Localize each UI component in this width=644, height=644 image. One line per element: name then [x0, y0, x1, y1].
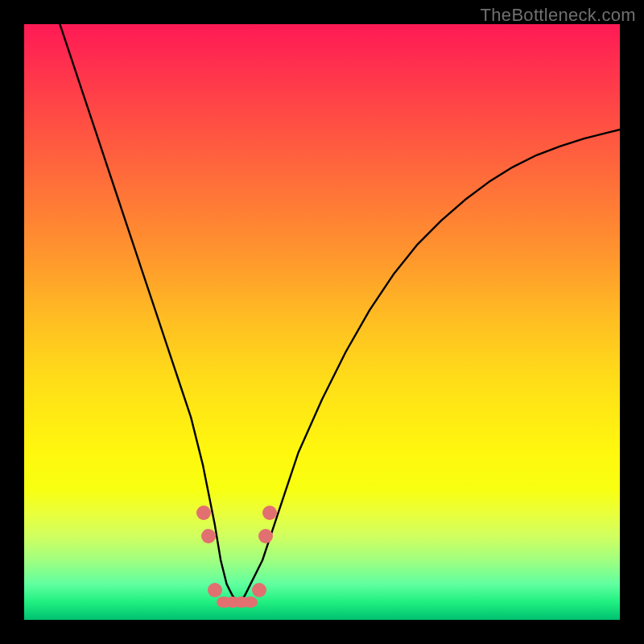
chart-data-dot — [252, 583, 266, 597]
chart-data-dot — [262, 506, 277, 520]
chart-data-dot — [201, 529, 216, 543]
chart-plot-area — [24, 24, 620, 620]
chart-data-dot — [243, 597, 258, 608]
watermark-text: TheBottleneck.com — [481, 5, 636, 26]
chart-data-dot — [196, 506, 211, 520]
chart-data-dot — [208, 583, 222, 597]
chart-dots-layer — [24, 24, 620, 620]
chart-data-dot — [258, 529, 273, 543]
